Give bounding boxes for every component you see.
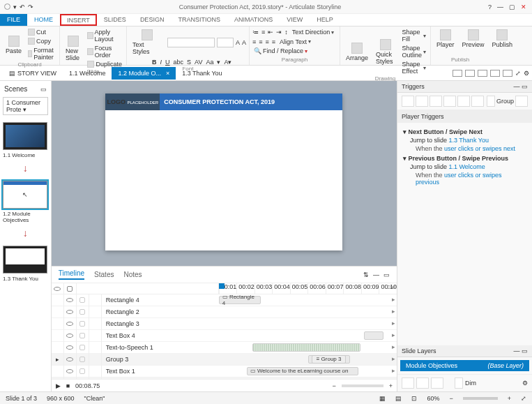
minimize-icon[interactable]: —: [497, 3, 503, 10]
row-toggle[interactable]: [89, 306, 102, 318]
eye-header-icon[interactable]: [54, 287, 61, 291]
timeline-row[interactable]: ▸ Group 3 ≡ Group 3▸: [52, 354, 397, 366]
row-track[interactable]: ▸: [219, 342, 397, 354]
gear-icon[interactable]: ⚙: [524, 70, 529, 77]
status-zoom-in-icon[interactable]: +: [508, 395, 511, 402]
lock-icon[interactable]: [79, 321, 85, 327]
shadow-icon[interactable]: S: [187, 59, 191, 66]
add-layer-button[interactable]: [402, 377, 414, 389]
layer-gear-icon[interactable]: ⚙: [522, 380, 528, 387]
maximize-icon[interactable]: ▢: [509, 3, 515, 10]
layers-min-icon[interactable]: —: [513, 347, 519, 354]
del-layer-button[interactable]: [431, 377, 443, 389]
row-track[interactable]: ≡ Group 3▸: [219, 354, 397, 366]
qat-undo-icon[interactable]: ↶: [20, 3, 25, 10]
eye-icon[interactable]: [66, 322, 73, 326]
indent-icon[interactable]: ⇥: [276, 29, 282, 36]
row-toggle[interactable]: [89, 366, 102, 377]
justify-icon[interactable]: ≡: [272, 38, 275, 45]
timeline-bar[interactable]: ▭ Welcome to the eLearning course on: [247, 367, 358, 375]
dup-layer-button[interactable]: [416, 377, 429, 389]
row-end-icon[interactable]: ▸: [392, 379, 395, 380]
preview-button[interactable]: Preview: [459, 28, 487, 50]
view-normal-icon[interactable]: ▦: [379, 395, 386, 402]
tab-close-icon[interactable]: ×: [166, 70, 169, 77]
lock-icon[interactable]: [79, 333, 85, 338]
up-trigger-button[interactable]: [457, 96, 470, 107]
tab-design[interactable]: DESIGN: [133, 14, 172, 26]
row-end-icon[interactable]: ▸: [392, 343, 395, 350]
strike-icon[interactable]: abc: [174, 59, 184, 66]
spacing-icon[interactable]: AV: [195, 59, 202, 66]
trigger-section[interactable]: ▾ Next Button / Swipe Next: [403, 128, 526, 135]
bullets-icon[interactable]: ≔: [252, 29, 259, 36]
line-spacing-icon[interactable]: ↕: [284, 29, 288, 36]
shape-effect-button[interactable]: Shape Effect ▾: [400, 60, 427, 75]
bold-icon[interactable]: B: [152, 59, 157, 66]
chevron-icon[interactable]: [52, 330, 64, 342]
text-direction-button[interactable]: Text Direction ▾: [291, 28, 336, 36]
qat-redo-icon[interactable]: ↷: [28, 3, 33, 10]
row-track[interactable]: ▸: [219, 330, 397, 342]
view-phone-l-icon[interactable]: [490, 70, 500, 77]
triggers-pop-icon[interactable]: ▭: [522, 83, 528, 90]
row-toggle[interactable]: [89, 354, 102, 366]
timeline-row[interactable]: Text-to-Speech 1 ▸: [52, 342, 397, 354]
row-track[interactable]: ▸: [219, 306, 397, 318]
row-track[interactable]: ≡ Group 2▸: [219, 377, 397, 380]
trigger-checkbox[interactable]: [487, 96, 495, 107]
scene-select[interactable]: 1 Consumer Prote ▾: [3, 97, 48, 115]
timeline-bar[interactable]: ≡ Group 2: [247, 379, 289, 380]
timeline-row[interactable]: Text Box 4 ▸: [52, 330, 397, 342]
shape-fill-button[interactable]: Shape Fill ▾: [400, 28, 427, 43]
lock-header-icon[interactable]: [67, 286, 73, 292]
row-end-icon[interactable]: ▸: [392, 355, 395, 362]
chevron-icon[interactable]: ▸: [52, 354, 64, 366]
row-toggle[interactable]: [89, 294, 102, 306]
lock-icon[interactable]: [79, 309, 85, 315]
layers-pop-icon[interactable]: ▭: [522, 347, 528, 354]
logo-placeholder[interactable]: LOGO PLACEHOLDER: [105, 93, 160, 110]
eye-icon[interactable]: [66, 310, 73, 314]
tab-animations[interactable]: ANIMATIONS: [227, 14, 280, 26]
close-icon[interactable]: ✕: [521, 3, 526, 10]
underline-icon[interactable]: U: [165, 59, 170, 66]
timeline-row[interactable]: Rectangle 2 ▸: [52, 306, 397, 318]
qat-save-icon[interactable]: ▾: [13, 3, 17, 10]
timeline-row[interactable]: Rectangle 4 ▭ Rectangle 4▸: [52, 294, 397, 306]
zoom-out-icon[interactable]: −: [332, 382, 335, 389]
help-icon[interactable]: ?: [488, 3, 492, 10]
view-tablet-p-icon[interactable]: [478, 70, 487, 77]
view-phone-p-icon[interactable]: [503, 70, 512, 77]
row-end-icon[interactable]: ▸: [392, 331, 395, 338]
doctab-module[interactable]: 1.2 Module O...×: [112, 67, 176, 80]
trigger-action[interactable]: Jump to slide 1.3 Thank You: [403, 135, 526, 145]
paste-button[interactable]: Paste: [3, 34, 24, 56]
row-end-icon[interactable]: ▸: [392, 367, 395, 374]
format-painter-button[interactable]: Format Painter: [26, 46, 58, 61]
eye-icon[interactable]: [66, 357, 73, 361]
arrange-button[interactable]: Arrange: [343, 41, 371, 63]
fit-window-icon[interactable]: ⤢: [521, 395, 526, 402]
font-family-select[interactable]: [167, 38, 215, 47]
player-button[interactable]: Player: [434, 28, 457, 50]
highlight-icon[interactable]: ▾: [217, 59, 220, 66]
find-replace-button[interactable]: 🔍Find / Replace ▾: [252, 47, 309, 55]
timeline-prefs-icon[interactable]: ⇅: [363, 271, 369, 278]
timeline-bar[interactable]: ▭ Rectangle 4: [219, 296, 261, 304]
status-zoom-slider[interactable]: [463, 397, 498, 400]
chevron-icon[interactable]: [52, 306, 64, 318]
view-tablet-l-icon[interactable]: [465, 70, 475, 77]
chevron-icon[interactable]: [52, 318, 64, 330]
numbering-icon[interactable]: ≡: [261, 29, 265, 36]
eye-icon[interactable]: [66, 345, 73, 350]
shrink-font-icon[interactable]: A: [242, 39, 246, 46]
tab-home[interactable]: HOME: [27, 14, 60, 26]
grow-font-icon[interactable]: A: [236, 39, 240, 46]
lock-icon[interactable]: [79, 297, 85, 303]
lock-icon[interactable]: [79, 368, 85, 374]
eye-icon[interactable]: [66, 298, 73, 302]
doctab-welcome[interactable]: 1.1 Welcome: [63, 67, 112, 80]
trigger-action[interactable]: Jump to slide 1.1 Welcome: [403, 162, 526, 172]
font-size-select[interactable]: [217, 38, 234, 47]
